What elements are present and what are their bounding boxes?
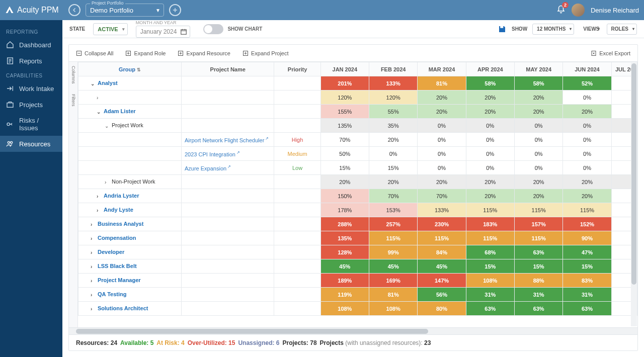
utilization-cell[interactable]: 0%	[514, 147, 562, 161]
utilization-cell[interactable]: 133%	[369, 76, 418, 91]
utilization-cell[interactable]: 20%	[466, 105, 514, 119]
columns-tab[interactable]: Columns	[71, 66, 76, 84]
utilization-cell[interactable]: 0%	[514, 161, 562, 175]
sidebar-item-work-intake[interactable]: Work Intake	[0, 80, 62, 97]
utilization-cell[interactable]: 0%	[418, 147, 466, 161]
utilization-cell[interactable]: 50%	[320, 147, 369, 161]
utilization-cell[interactable]: 31%	[514, 288, 562, 302]
group-cell[interactable]	[78, 161, 182, 175]
utilization-cell[interactable]: 81%	[418, 76, 466, 91]
group-cell[interactable]	[78, 133, 182, 147]
utilization-cell[interactable]: 15%	[466, 259, 514, 274]
table-row[interactable]: ›QA Testing119%81%56%31%31%31%	[78, 288, 637, 302]
group-cell[interactable]: ›LSS Black Belt	[78, 259, 182, 274]
utilization-cell[interactable]: 0%	[418, 119, 466, 133]
utilization-cell[interactable]: 15%	[320, 161, 369, 175]
col-header[interactable]: MAY 2024	[514, 62, 562, 76]
group-cell[interactable]: ›Solutions Architect	[78, 302, 182, 316]
utilization-cell[interactable]: 189%	[320, 274, 369, 288]
utilization-cell[interactable]: 115%	[418, 231, 466, 245]
show-chart-toggle[interactable]	[203, 24, 223, 34]
utilization-cell[interactable]: 0%	[563, 119, 611, 133]
notifications-button[interactable]: 2	[556, 5, 566, 16]
filters-tab[interactable]: Filters	[71, 94, 76, 107]
utilization-cell[interactable]: 20%	[418, 175, 466, 189]
expand-project-button[interactable]: Expand Project	[243, 50, 289, 56]
utilization-cell[interactable]: 0%	[563, 161, 611, 175]
utilization-cell[interactable]: 169%	[369, 274, 418, 288]
utilization-cell[interactable]: 15%	[514, 259, 562, 274]
utilization-cell[interactable]: 0%	[466, 161, 514, 175]
utilization-cell[interactable]: 108%	[369, 302, 418, 316]
utilization-cell[interactable]: 20%	[369, 175, 418, 189]
utilization-cell[interactable]: 0%	[369, 147, 418, 161]
table-row[interactable]: ›120%120%20%20%20%0%	[78, 91, 637, 105]
utilization-cell[interactable]: 115%	[514, 231, 562, 245]
collapse-all-button[interactable]: Collapse All	[76, 50, 113, 56]
col-header[interactable]: MAR 2024	[418, 62, 466, 76]
utilization-cell[interactable]: 0%	[563, 133, 611, 147]
utilization-cell[interactable]: 20%	[514, 175, 562, 189]
nav-back-button[interactable]	[68, 4, 80, 16]
col-header[interactable]: FEB 2024	[369, 62, 418, 76]
utilization-cell[interactable]: 115%	[466, 231, 514, 245]
col-header[interactable]: Project Name	[181, 62, 274, 76]
utilization-cell[interactable]: 152%	[563, 217, 611, 231]
group-cell[interactable]: ›Business Analyst	[78, 217, 182, 231]
group-cell[interactable]: ›Andria Lyster	[78, 189, 182, 203]
utilization-cell[interactable]: 135%	[320, 231, 369, 245]
utilization-cell[interactable]: 133%	[418, 203, 466, 217]
utilization-cell[interactable]: 119%	[320, 288, 369, 302]
utilization-cell[interactable]: 0%	[418, 161, 466, 175]
utilization-cell[interactable]: 115%	[466, 203, 514, 217]
utilization-cell[interactable]: 0%	[514, 133, 562, 147]
table-row[interactable]: ›Non-Project Work20%20%20%20%20%20%	[78, 175, 637, 189]
group-cell[interactable]: ›Andy Lyste	[78, 203, 182, 217]
utilization-cell[interactable]: 58%	[514, 76, 562, 91]
utilization-cell[interactable]: 120%	[320, 91, 369, 105]
utilization-cell[interactable]: 153%	[369, 203, 418, 217]
utilization-cell[interactable]: 115%	[369, 231, 418, 245]
col-header[interactable]: JUN 2024	[563, 62, 611, 76]
table-row[interactable]: ›Project Manager189%169%147%108%88%83%	[78, 274, 637, 288]
utilization-cell[interactable]: 68%	[466, 245, 514, 259]
utilization-cell[interactable]: 55%	[369, 105, 418, 119]
roles-select[interactable]: ROLES	[607, 24, 637, 35]
utilization-cell[interactable]: 15%	[563, 259, 611, 274]
state-select[interactable]: ACTIVE	[93, 23, 127, 35]
table-row[interactable]: ⌄Adam Lister155%55%20%20%20%20%	[78, 105, 637, 119]
col-header[interactable]: APR 2024	[466, 62, 514, 76]
utilization-cell[interactable]: 45%	[320, 259, 369, 274]
views-button[interactable]: VIEWS	[579, 24, 601, 35]
sidebar-item-reports[interactable]: Reports	[0, 53, 62, 69]
excel-export-button[interactable]: Excel Export	[591, 50, 630, 56]
group-cell[interactable]: ›QA Testing	[78, 288, 182, 302]
utilization-cell[interactable]: 115%	[514, 203, 562, 217]
utilization-cell[interactable]: 108%	[320, 302, 369, 316]
utilization-cell[interactable]: 80%	[418, 302, 466, 316]
portfolio-select[interactable]: Project Portfolio Demo Portfolio ▼	[86, 4, 164, 17]
utilization-cell[interactable]: 83%	[563, 274, 611, 288]
sidebar-item-dashboard[interactable]: Dashboard	[0, 37, 62, 53]
utilization-cell[interactable]: 0%	[563, 91, 611, 105]
table-row[interactable]: ›LSS Black Belt45%45%45%15%15%15%	[78, 259, 637, 274]
group-cell[interactable]: ›Project Manager	[78, 274, 182, 288]
utilization-cell[interactable]: 20%	[369, 133, 418, 147]
utilization-cell[interactable]: 15%	[369, 161, 418, 175]
utilization-cell[interactable]: 63%	[514, 245, 562, 259]
utilization-cell[interactable]: 0%	[466, 119, 514, 133]
utilization-cell[interactable]: 70%	[418, 189, 466, 203]
utilization-cell[interactable]: 0%	[466, 147, 514, 161]
utilization-cell[interactable]: 108%	[466, 274, 514, 288]
group-cell[interactable]: ›Compensation	[78, 231, 182, 245]
project-cell[interactable]: Azure Expansion↗	[181, 161, 274, 175]
utilization-cell[interactable]: 157%	[514, 217, 562, 231]
utilization-cell[interactable]: 178%	[320, 203, 369, 217]
utilization-cell[interactable]: 155%	[320, 105, 369, 119]
utilization-cell[interactable]: 52%	[563, 76, 611, 91]
save-icon[interactable]	[498, 25, 507, 34]
utilization-cell[interactable]: 150%	[320, 189, 369, 203]
table-row[interactable]: ›Andy Lyste178%153%133%115%115%115%	[78, 203, 637, 217]
utilization-cell[interactable]: 20%	[514, 91, 562, 105]
expand-resource-button[interactable]: Expand Resource	[178, 50, 230, 56]
